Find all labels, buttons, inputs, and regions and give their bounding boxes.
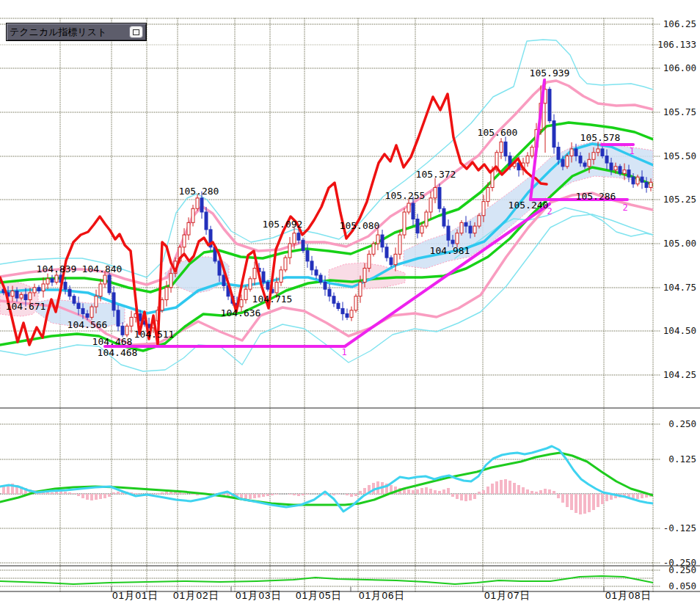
candle-down [627,170,630,178]
y-axis-label: 105.75 [663,106,696,117]
price-annotation: 104.840 [82,263,123,274]
macd-histogram-bar [597,494,599,507]
macd-histogram-bar [363,488,366,494]
candle-down [575,149,577,156]
x-axis-label: 01月08日 [605,590,652,601]
candle-down [86,314,89,318]
candle-down [77,303,80,308]
candle-down [341,308,344,313]
candle-down [51,279,54,283]
y-axis-label: 106.133 [657,39,696,50]
x-axis-label: 01月05日 [296,590,342,601]
candle-down [324,283,327,290]
candle-down [328,289,331,296]
candle-up [500,142,503,152]
candle-up [253,268,256,278]
x-axis-label: 01月02日 [173,590,219,601]
macd-histogram-bar [553,491,555,494]
macd-histogram-bar [478,492,481,494]
candle-up [169,274,172,288]
x-axis-label: 01月01日 [112,590,158,601]
macd-histogram-bar [64,492,67,494]
price-annotation: 104.715 [252,294,293,305]
macd-histogram-bar [548,489,551,494]
candle-up [649,182,652,187]
technical-indicator-panel[interactable]: テクニカル指標リスト [6,23,147,41]
candle-up [130,317,133,326]
macd-histogram-bar [601,494,604,504]
macd-histogram-bar [90,494,93,500]
candle-up [288,244,291,258]
macd-histogram-bar [504,479,507,494]
candle-up [165,288,168,300]
price-annotation: 105.600 [478,127,518,138]
fx-chart-window: { "toolbar": { "pair": "AUD/JPY", "pair_… [0,0,700,601]
candle-down [64,283,67,290]
candle-down [15,291,18,299]
restore-window-button[interactable] [129,26,143,38]
macd-histogram-bar [486,487,489,494]
macd-histogram-bar [112,492,115,494]
candle-up [597,149,599,153]
macd-histogram-bar [350,494,353,497]
drawing-point-label: 2 [622,203,627,213]
candle-down [381,235,384,247]
macd-histogram-bar [526,489,529,494]
macd-histogram-bar [469,494,472,500]
macd-histogram-bar [508,481,511,494]
y-axis-label: 0.125 [668,454,696,465]
y-axis-label: 104.50 [663,325,696,336]
price-annotation: 105.286 [576,191,616,202]
macd-histogram-bar [482,490,485,494]
candle-up [125,326,128,335]
macd-histogram-bar [302,494,305,495]
macd-histogram-bar [134,493,137,494]
y-axis-label: 105.00 [663,238,696,249]
y-axis-label: 106.00 [663,62,696,73]
price-annotation: 105.080 [340,220,380,231]
panel-title: テクニカル指標リスト [10,26,106,39]
candle-down [605,156,608,164]
candle-up [249,279,252,289]
macd-histogram-bar [86,494,89,500]
macd-histogram-bar [332,494,335,495]
candle-up [46,279,49,284]
macd-histogram-bar [55,492,58,494]
candle-down [412,203,415,219]
candle-up [244,289,247,299]
candle-up [196,198,199,208]
candle-up [11,291,14,296]
y-axis-label: 105.50 [663,150,696,161]
macd-histogram-bar [288,494,291,495]
candle-up [99,284,102,296]
macd-histogram-bar [416,489,419,494]
candle-down [262,272,265,282]
candle-down [68,289,71,296]
macd-histogram-bar [522,487,525,494]
candle-up [372,244,375,254]
y-axis-label: -0.125 [663,522,696,533]
macd-histogram-bar [407,489,410,494]
candle-up [354,296,357,310]
macd-histogram-bar [464,494,467,501]
macd-histogram-bar [425,487,428,494]
candle-down [315,270,318,275]
candle-up [420,226,423,233]
candle-down [632,177,635,184]
price-annotation: 105.939 [530,68,570,79]
macd-histogram-bar [420,488,423,494]
macd-histogram-bar [103,494,106,498]
candle-up [55,275,58,283]
candle-down [121,326,124,335]
candle-up [376,235,379,244]
candle-down [332,296,335,304]
macd-histogram-bar [544,489,547,494]
candle-up [90,307,93,317]
candle-up [33,288,36,293]
candle-down [117,310,120,327]
candle-up [183,235,186,247]
macd-histogram-bar [557,494,560,498]
candle-down [464,222,467,226]
chart-canvas[interactable]: 106.25106.133106.00105.75105.50105.25105… [0,0,700,601]
macd-histogram-bar [575,494,577,513]
